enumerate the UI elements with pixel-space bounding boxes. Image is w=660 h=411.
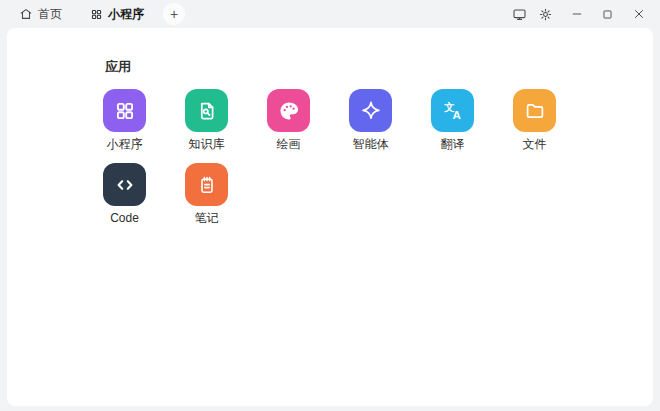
agent-sparkle-icon	[349, 89, 392, 132]
home-icon	[19, 7, 33, 21]
section-title: 应用	[105, 60, 653, 74]
display-icon[interactable]	[506, 2, 532, 26]
app-item[interactable]: 智能体	[349, 89, 392, 151]
app-label: 小程序	[107, 137, 143, 151]
settings-icon[interactable]	[532, 2, 558, 26]
plus-icon: +	[170, 4, 178, 24]
folder-icon	[513, 89, 556, 132]
app-item[interactable]: Code	[103, 163, 146, 225]
grid-icon	[90, 8, 103, 21]
code-brackets-icon	[103, 163, 146, 206]
knowledge-doc-search-icon	[185, 89, 228, 132]
app-label: 文件	[523, 137, 547, 151]
app-item[interactable]: 绘画	[267, 89, 310, 151]
tab-home[interactable]: 首页	[12, 2, 69, 27]
tab-mini-program[interactable]: 小程序	[83, 2, 151, 27]
tab-mini-program-label: 小程序	[108, 6, 144, 23]
app-item[interactable]: 笔记	[185, 163, 228, 225]
app-label: 笔记	[195, 211, 219, 225]
app-grid: 小程序 知识库 绘画 智能体 文 A 翻译 文件 Code 笔记	[103, 89, 573, 225]
mini-program-grid-icon	[103, 89, 146, 132]
maximize-icon[interactable]	[594, 2, 620, 26]
close-icon[interactable]	[626, 2, 652, 26]
app-label: 绘画	[277, 137, 301, 151]
content-card: 应用 小程序 知识库 绘画 智能体 文 A 翻译 文件 Code 笔记	[7, 28, 653, 406]
app-item[interactable]: 文 A 翻译	[431, 89, 474, 151]
app-label: 智能体	[353, 137, 389, 151]
translate-icon: 文 A	[431, 89, 474, 132]
app-label: 知识库	[189, 137, 225, 151]
app-label: Code	[110, 211, 139, 225]
app-item[interactable]: 文件	[513, 89, 556, 151]
window-controls	[506, 2, 652, 26]
app-item[interactable]: 知识库	[185, 89, 228, 151]
app-label: 翻译	[441, 137, 465, 151]
svg-text:A: A	[452, 109, 460, 121]
new-tab-button[interactable]: +	[163, 3, 185, 25]
titlebar: 首页 小程序 +	[0, 0, 660, 28]
tab-home-label: 首页	[38, 6, 62, 23]
paint-palette-icon	[267, 89, 310, 132]
app-item[interactable]: 小程序	[103, 89, 146, 151]
notepad-icon	[185, 163, 228, 206]
minimize-icon[interactable]	[564, 2, 590, 26]
